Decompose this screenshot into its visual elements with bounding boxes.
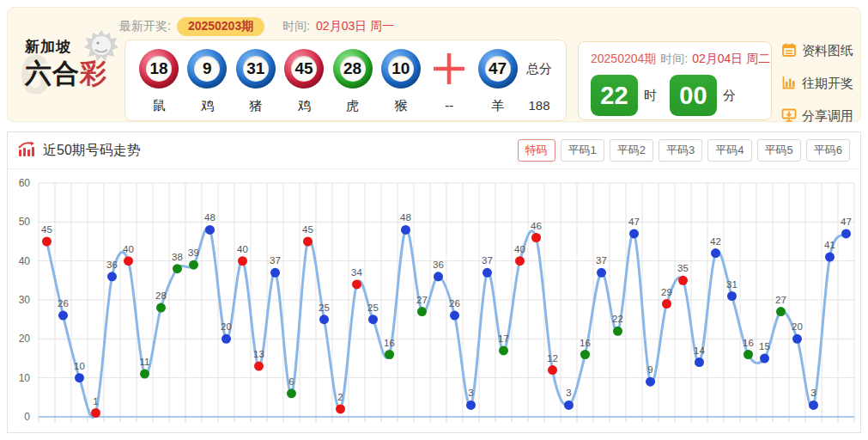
- logo-line1: 新加坡: [25, 37, 71, 57]
- zodiac-label: 鼠: [153, 98, 166, 113]
- svg-text:26: 26: [58, 298, 69, 309]
- svg-text:46: 46: [531, 221, 542, 231]
- zodiac-label: 猴: [394, 98, 407, 113]
- link-past-draws[interactable]: 往期开奖: [781, 75, 853, 93]
- minutes-unit: 分: [723, 88, 736, 104]
- tab-normal-6[interactable]: 平码6: [806, 139, 850, 162]
- svg-text:30: 30: [19, 294, 31, 306]
- draw-date: 02月03日 周一: [316, 19, 394, 34]
- svg-text:25: 25: [367, 302, 379, 313]
- svg-text:37: 37: [270, 255, 281, 266]
- svg-text:36: 36: [106, 260, 118, 270]
- notepad-icon: [781, 42, 797, 60]
- lottery-ball: 47: [478, 49, 518, 89]
- svg-text:45: 45: [41, 224, 52, 235]
- zodiac-label: 羊: [491, 98, 504, 113]
- svg-text:3: 3: [566, 388, 571, 398]
- trend-tabs: 特码 平码1 平码2 平码3 平码4 平码5 平码6: [518, 139, 850, 162]
- svg-text:36: 36: [433, 260, 444, 270]
- trend-title-wrap: 近50期号码走势: [18, 141, 141, 161]
- countdown-timer: 22 时 00 分: [591, 75, 759, 116]
- svg-text:0: 0: [24, 411, 30, 423]
- link-data-charts[interactable]: 资料图纸: [781, 42, 853, 60]
- svg-text:47: 47: [628, 217, 640, 227]
- trend-line-chart: 0102030405060452610136401128383948204013…: [8, 173, 860, 431]
- svg-text:41: 41: [824, 240, 835, 250]
- svg-text:17: 17: [498, 333, 509, 344]
- barchart-icon: [781, 75, 797, 93]
- total-score: 总分 188: [526, 49, 552, 113]
- svg-text:48: 48: [204, 212, 215, 223]
- lottery-ball: 28: [333, 49, 373, 89]
- svg-text:37: 37: [596, 255, 607, 266]
- svg-text:27: 27: [416, 295, 428, 305]
- svg-text:16: 16: [580, 338, 591, 348]
- trend-card: 近50期号码走势 特码 平码1 平码2 平码3 平码4 平码5 平码6 0102…: [7, 131, 861, 433]
- countdown-header: 20250204期 时间: 02月04日 周二: [591, 52, 759, 67]
- svg-text:42: 42: [710, 236, 721, 247]
- svg-text:31: 31: [726, 279, 737, 290]
- link-label: 往期开奖: [802, 76, 853, 92]
- zodiac-label: 鸡: [298, 98, 311, 113]
- svg-text:1: 1: [93, 396, 98, 406]
- tab-special-number[interactable]: 特码: [518, 139, 555, 162]
- svg-text:20: 20: [792, 321, 803, 332]
- plus-col: --: [429, 49, 469, 113]
- svg-text:37: 37: [482, 255, 493, 266]
- total-label: 总分: [526, 49, 552, 89]
- zodiac-label: 鸡: [201, 98, 214, 113]
- draw-result-panel: 18 鼠 9 鸡 31 猪 45 鸡 28 虎 10 猴: [124, 40, 567, 121]
- chart-area: 0102030405060452610136401128383948204013…: [8, 169, 860, 434]
- lottery-ball: 10: [381, 49, 421, 89]
- lottery-ball: 9: [187, 49, 227, 89]
- ball-col: 10 猴: [381, 49, 421, 113]
- trend-title: 近50期号码走势: [43, 142, 141, 160]
- lottery-ball: 31: [236, 49, 276, 89]
- svg-text:10: 10: [74, 361, 85, 371]
- time-label: 时间:: [282, 19, 310, 34]
- svg-text:16: 16: [384, 338, 395, 348]
- svg-text:60: 60: [19, 177, 31, 189]
- svg-text:6: 6: [288, 376, 294, 387]
- link-share-embed[interactable]: 分享调用: [781, 107, 853, 125]
- svg-text:39: 39: [188, 248, 199, 258]
- svg-text:50: 50: [19, 216, 31, 228]
- svg-text:15: 15: [759, 341, 770, 351]
- tab-normal-4[interactable]: 平码4: [707, 139, 751, 162]
- svg-text:34: 34: [351, 267, 362, 278]
- svg-text:3: 3: [468, 388, 473, 398]
- lottery-ball: 18: [139, 49, 179, 89]
- svg-text:10: 10: [19, 372, 31, 384]
- svg-text:28: 28: [155, 290, 167, 301]
- merlion-icon: [83, 28, 119, 66]
- svg-text:2: 2: [337, 392, 343, 402]
- latest-label: 最新开奖:: [119, 19, 171, 34]
- lottery-ball: 45: [284, 49, 324, 89]
- tab-normal-2[interactable]: 平码2: [610, 139, 653, 162]
- svg-text:27: 27: [775, 295, 786, 305]
- zodiac-label: 猪: [249, 98, 262, 113]
- svg-text:40: 40: [237, 244, 248, 254]
- tab-normal-5[interactable]: 平码5: [757, 139, 801, 162]
- svg-text:22: 22: [612, 314, 623, 324]
- svg-text:45: 45: [302, 224, 313, 235]
- link-label: 分享调用: [802, 108, 853, 125]
- countdown-time-label: 时间:: [660, 52, 688, 67]
- svg-text:29: 29: [661, 287, 672, 297]
- plus-icon: [429, 49, 469, 89]
- svg-text:40: 40: [123, 244, 134, 254]
- svg-text:25: 25: [319, 302, 330, 313]
- total-value: 188: [528, 98, 549, 113]
- svg-text:40: 40: [514, 244, 525, 254]
- share-icon: [781, 107, 797, 125]
- ball-col: 45 鸡: [284, 49, 324, 113]
- ball-col: 28 虎: [333, 49, 373, 113]
- ball-col: 9 鸡: [187, 49, 227, 113]
- svg-text:3: 3: [810, 388, 816, 398]
- trend-header: 近50期号码走势 特码 平码1 平码2 平码3 平码4 平码5 平码6: [8, 132, 860, 169]
- next-period: 20250204期: [591, 52, 656, 67]
- tab-normal-1[interactable]: 平码1: [561, 139, 604, 162]
- hours-block: 22: [591, 75, 638, 116]
- svg-text:26: 26: [449, 298, 460, 309]
- tab-normal-3[interactable]: 平码3: [659, 139, 702, 162]
